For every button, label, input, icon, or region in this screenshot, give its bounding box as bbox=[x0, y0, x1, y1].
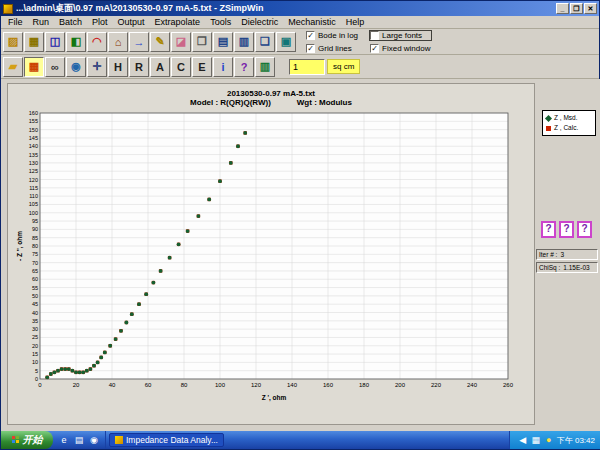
svg-text:160: 160 bbox=[29, 110, 38, 116]
open-data-file-icon[interactable]: ▨ bbox=[3, 32, 23, 52]
fixed-window-checkbox[interactable]: ✓ Fixed window bbox=[370, 44, 430, 53]
app-icon bbox=[3, 4, 13, 14]
svg-text:0: 0 bbox=[35, 376, 38, 382]
view-eye-icon[interactable]: ◉ bbox=[66, 57, 86, 77]
circuit-a-button[interactable]: A bbox=[150, 57, 170, 77]
help-button-1[interactable]: ? bbox=[541, 221, 556, 238]
active-plot-icon[interactable]: ▦ bbox=[24, 57, 44, 77]
help-icon[interactable]: ? bbox=[234, 57, 254, 77]
toolbar-secondary: ▰▦∞◉✛HRACEi?▥ sq cm bbox=[1, 55, 599, 79]
svg-text:35: 35 bbox=[32, 318, 38, 324]
menu-output[interactable]: Output bbox=[113, 17, 150, 27]
navigate-arrows-icon[interactable]: ✛ bbox=[87, 57, 107, 77]
chart-client-area: 20130530-0.97 mA-5.txt Model : R(QR)Q(RW… bbox=[1, 79, 600, 433]
bode-plot-icon[interactable]: ◫ bbox=[45, 32, 65, 52]
open-folder-icon[interactable]: ▰ bbox=[3, 57, 23, 77]
menu-tools[interactable]: Tools bbox=[205, 17, 236, 27]
svg-text:260: 260 bbox=[503, 382, 514, 388]
help-button-group: ? ? ? bbox=[541, 221, 592, 238]
menu-dielectric[interactable]: Dielectric bbox=[236, 17, 283, 27]
menu-bar: File Run Batch Plot Output Extrapolate T… bbox=[1, 16, 599, 29]
start-button[interactable]: 开始 bbox=[1, 431, 53, 449]
svg-text:80: 80 bbox=[181, 382, 188, 388]
cascade-windows-icon[interactable]: ❏ bbox=[255, 32, 275, 52]
grid-lines-checkbox[interactable]: ✓ Grid lines bbox=[306, 44, 358, 53]
menu-mechanistic[interactable]: Mechanistic bbox=[283, 17, 341, 27]
task-label: Impedance Data Analy... bbox=[126, 435, 218, 445]
legend-calc-entry: Z , Calc. bbox=[546, 123, 592, 133]
circuit-h-button[interactable]: H bbox=[108, 57, 128, 77]
circuit-r-button[interactable]: R bbox=[129, 57, 149, 77]
copy-icon[interactable]: ❐ bbox=[192, 32, 212, 52]
help-button-3[interactable]: ? bbox=[577, 221, 592, 238]
taskbar-impedance-task[interactable]: Impedance Data Analy... bbox=[109, 433, 224, 447]
quick-launch-browser-icon[interactable]: e bbox=[58, 434, 70, 446]
info-icon[interactable]: i bbox=[213, 57, 233, 77]
svg-text:65: 65 bbox=[32, 268, 38, 274]
grid-lines-label: Grid lines bbox=[318, 44, 352, 53]
svg-text:220: 220 bbox=[431, 382, 442, 388]
eraser-icon[interactable]: ◪ bbox=[171, 32, 191, 52]
svg-text:145: 145 bbox=[29, 135, 38, 141]
svg-text:120: 120 bbox=[251, 382, 262, 388]
run-fit-icon[interactable]: → bbox=[129, 32, 149, 52]
plot-options: ✓ Bode in log ✓ Grid lines Large fonts ✓… bbox=[306, 29, 431, 54]
menu-extrapolate[interactable]: Extrapolate bbox=[150, 17, 206, 27]
nyquist-plot-icon[interactable]: ◠ bbox=[87, 32, 107, 52]
svg-text:20: 20 bbox=[32, 343, 38, 349]
quick-launch-media-icon[interactable]: ◉ bbox=[88, 434, 100, 446]
menu-help[interactable]: Help bbox=[341, 17, 370, 27]
bode-in-log-checkbox[interactable]: ✓ Bode in log bbox=[306, 31, 358, 40]
plot-legend: Z , Msd. Z , Calc. bbox=[542, 110, 596, 136]
tray-network-icon[interactable]: ▦ bbox=[531, 434, 541, 446]
maximize-button[interactable]: ❐ bbox=[570, 3, 583, 14]
svg-text:40: 40 bbox=[32, 310, 38, 316]
minimize-button[interactable]: _ bbox=[556, 3, 569, 14]
print-icon[interactable]: ▣ bbox=[276, 32, 296, 52]
save-icon[interactable]: ▦ bbox=[24, 32, 44, 52]
circuit-c-button[interactable]: C bbox=[171, 57, 191, 77]
svg-text:15: 15 bbox=[32, 351, 38, 357]
tile-vertical-icon[interactable]: ▥ bbox=[234, 32, 254, 52]
tray-icons: ◀▦● bbox=[518, 434, 554, 446]
svg-text:240: 240 bbox=[467, 382, 478, 388]
grid-lines-checkmark: ✓ bbox=[306, 44, 315, 53]
menu-run[interactable]: Run bbox=[28, 17, 55, 27]
svg-text:120: 120 bbox=[29, 177, 38, 183]
help-button-2[interactable]: ? bbox=[559, 221, 574, 238]
chisq-status: ChiSq : 1.15E-03 bbox=[536, 262, 598, 273]
svg-text:5: 5 bbox=[35, 368, 38, 374]
tray-volume-icon[interactable]: ◀ bbox=[518, 434, 528, 446]
close-button[interactable]: ✕ bbox=[584, 3, 597, 14]
svg-text:60: 60 bbox=[32, 276, 38, 282]
home-icon[interactable]: ⌂ bbox=[108, 32, 128, 52]
circuit-e-button[interactable]: E bbox=[192, 57, 212, 77]
svg-text:95: 95 bbox=[32, 218, 38, 224]
svg-text:60: 60 bbox=[145, 382, 152, 388]
tile-horizontal-icon[interactable]: ▤ bbox=[213, 32, 233, 52]
quick-launch-desktop-icon[interactable]: ▤ bbox=[73, 434, 85, 446]
window-title: ...\admin\桌面\0.97 mA\20130530-0.97 mA-5.… bbox=[16, 2, 556, 15]
window-titlebar[interactable]: ...\admin\桌面\0.97 mA\20130530-0.97 mA-5.… bbox=[1, 1, 599, 16]
large-fonts-checkbox[interactable]: Large fonts bbox=[370, 31, 430, 40]
menu-batch[interactable]: Batch bbox=[54, 17, 87, 27]
quick-launch-bar: e▤◉ bbox=[53, 431, 106, 449]
nyquist-plot[interactable]: 0204060801001201401601802002202402600510… bbox=[14, 107, 522, 409]
menu-file[interactable]: File bbox=[3, 17, 28, 27]
preview-glasses-icon[interactable]: ∞ bbox=[45, 57, 65, 77]
svg-text:100: 100 bbox=[215, 382, 226, 388]
legend-measured-label: Z , Msd. bbox=[554, 113, 577, 123]
svg-text:80: 80 bbox=[32, 243, 38, 249]
taskbar: 开始 e▤◉ Impedance Data Analy... ◀▦● 下午 03… bbox=[1, 431, 600, 449]
zsimpwin-window: ...\admin\桌面\0.97 mA\20130530-0.97 mA-5.… bbox=[0, 0, 600, 450]
chart-titles: 20130530-0.97 mA-5.txt Model : R(QR)Q(RW… bbox=[8, 84, 534, 107]
svg-text:50: 50 bbox=[32, 293, 38, 299]
edit-pencil-icon[interactable]: ✎ bbox=[150, 32, 170, 52]
svg-text:45: 45 bbox=[32, 301, 38, 307]
menu-plot[interactable]: Plot bbox=[87, 17, 113, 27]
tray-status-icon[interactable]: ● bbox=[544, 434, 554, 446]
taskbar-clock[interactable]: 下午 03:42 bbox=[557, 435, 595, 446]
electrode-area-input[interactable] bbox=[289, 59, 325, 75]
exit-book-icon[interactable]: ▥ bbox=[255, 57, 275, 77]
msd-plot-icon[interactable]: ◧ bbox=[66, 32, 86, 52]
